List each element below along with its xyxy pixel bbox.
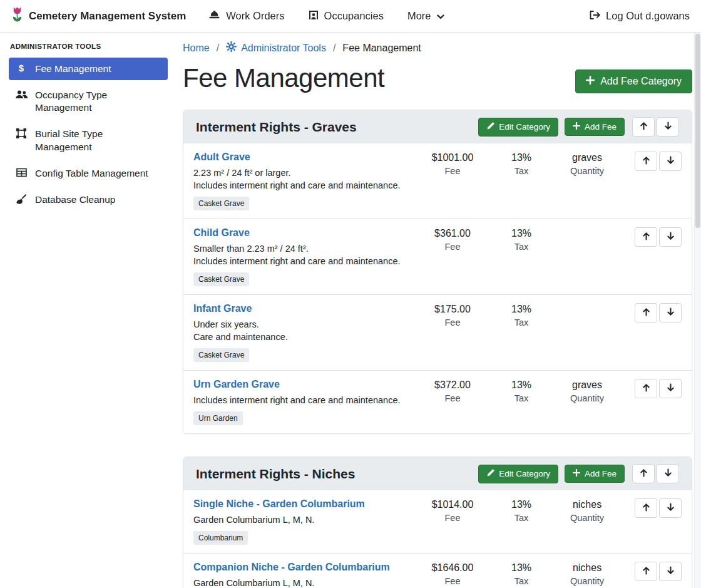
sidebar-item-occupancy-type-management[interactable]: Occupancy Type Management bbox=[9, 84, 168, 119]
fee-name-link[interactable]: Child Grave bbox=[193, 227, 250, 239]
move-fee-down-button[interactable] bbox=[659, 303, 682, 322]
sidebar-item-database-cleanup[interactable]: Database Cleanup bbox=[9, 188, 168, 211]
fee-info: Single Niche - Garden Columbarium Garden… bbox=[193, 498, 415, 545]
tax-cell: 13% Tax bbox=[490, 227, 553, 252]
tax-label: Tax bbox=[490, 393, 553, 403]
fee-row: Single Niche - Garden Columbarium Garden… bbox=[183, 490, 692, 553]
plus-icon bbox=[586, 76, 595, 87]
quantity-cell: graves Quantity bbox=[553, 152, 622, 176]
fee-name-link[interactable]: Urn Garden Grave bbox=[193, 379, 280, 390]
quantity-cell: niches Quantity bbox=[553, 498, 622, 523]
quantity-label: Quantity bbox=[553, 513, 622, 523]
fee-info: Child Grave Smaller than 2.23 m² / 24 ft… bbox=[193, 227, 415, 286]
category-title: Interment Rights - Graves bbox=[196, 120, 357, 135]
tax-cell: 13% Tax bbox=[490, 303, 553, 328]
move-fee-down-button[interactable] bbox=[659, 152, 682, 171]
fee-amount: $372.00 bbox=[415, 379, 490, 391]
page-scrollbar[interactable] bbox=[694, 0, 701, 588]
top-navbar: Cemetery Management System Work Orders O… bbox=[0, 0, 701, 33]
fee-row: Companion Niche - Garden Columbarium Gar… bbox=[183, 553, 692, 588]
fee-amount: $1014.00 bbox=[415, 499, 490, 510]
quantity-cell: niches Quantity bbox=[553, 562, 622, 586]
fee-name-link[interactable]: Single Niche - Garden Columbarium bbox=[193, 498, 365, 510]
users-icon bbox=[15, 90, 28, 99]
arrow-down-icon bbox=[667, 156, 675, 167]
arrow-up-icon bbox=[640, 468, 648, 479]
fee-label: Fee bbox=[415, 166, 490, 176]
page-header: Fee Management Add Fee Category bbox=[183, 63, 692, 93]
page-title: Fee Management bbox=[183, 63, 384, 93]
category-title: Interment Rights - Niches bbox=[196, 467, 355, 482]
app-title: Cemetery Management System bbox=[29, 10, 186, 23]
nav-work-orders-label: Work Orders bbox=[226, 10, 284, 22]
table-icon bbox=[15, 168, 28, 177]
sidebar-item-burial-site-type-management[interactable]: Burial Site Type Management bbox=[9, 123, 168, 158]
fee-amount: $1001.00 bbox=[415, 152, 490, 163]
fee-row: Urn Garden Grave Includes interment righ… bbox=[183, 370, 692, 433]
arrow-up-icon bbox=[642, 156, 650, 167]
fee-type-badge: Casket Grave bbox=[193, 272, 249, 286]
sidebar-item-fee-management[interactable]: $ Fee Management bbox=[9, 58, 168, 80]
fee-name-link[interactable]: Adult Grave bbox=[193, 152, 250, 163]
fee-type-badge: Casket Grave bbox=[193, 197, 249, 210]
nav-work-orders[interactable]: Work Orders bbox=[208, 10, 284, 22]
logout-label: Log Out d.gowans bbox=[606, 10, 690, 22]
fee-row: Adult Grave 2.23 m² / 24 ft² or larger. … bbox=[183, 143, 692, 219]
edit-category-button[interactable]: Edit Category bbox=[478, 465, 558, 483]
gear-icon bbox=[226, 41, 237, 54]
tax-label: Tax bbox=[490, 317, 553, 328]
fee-description: Includes interment right and care and ma… bbox=[193, 180, 415, 190]
move-fee-up-button[interactable] bbox=[635, 303, 657, 322]
add-fee-category-button[interactable]: Add Fee Category bbox=[575, 70, 692, 93]
quantity-label: Quantity bbox=[553, 576, 622, 586]
tax-cell: 13% Tax bbox=[490, 379, 553, 403]
scrollbar-thumb[interactable] bbox=[695, 34, 700, 228]
category-header: Interment Rights - Niches Edit Category … bbox=[183, 457, 692, 490]
move-fee-up-button[interactable] bbox=[635, 379, 657, 398]
move-fee-up-button[interactable] bbox=[635, 152, 657, 171]
fee-description: 2.23 m² / 24 ft² or larger. bbox=[193, 168, 415, 178]
move-fee-down-button[interactable] bbox=[659, 498, 682, 518]
fee-cell: $1001.00 Fee bbox=[415, 152, 490, 176]
fee-description: Garden Columbarium L, M, N. bbox=[193, 578, 415, 588]
sidebar-item-config-table-management[interactable]: Config Table Management bbox=[9, 162, 168, 185]
nav-more[interactable]: More bbox=[407, 10, 444, 22]
move-fee-up-button[interactable] bbox=[635, 498, 657, 518]
move-fee-down-button[interactable] bbox=[659, 227, 682, 247]
app-brand[interactable]: Cemetery Management System bbox=[11, 6, 186, 26]
move-fee-down-button[interactable] bbox=[659, 379, 682, 398]
fee-name-link[interactable]: Companion Niche - Garden Columbarium bbox=[193, 562, 390, 573]
fee-amount: $1646.00 bbox=[415, 562, 490, 574]
fee-label: Fee bbox=[415, 317, 490, 328]
breadcrumb-admin-tools-link[interactable]: Administrator Tools bbox=[226, 41, 326, 54]
move-category-up-button[interactable] bbox=[632, 117, 655, 137]
move-fee-up-button[interactable] bbox=[635, 227, 657, 247]
fee-cell: $372.00 Fee bbox=[415, 379, 490, 403]
tax-value: 13% bbox=[490, 562, 553, 574]
nav-occupancies[interactable]: Occupancies bbox=[309, 10, 384, 23]
fee-cell: $361.00 Fee bbox=[415, 227, 490, 252]
fee-label: Fee bbox=[415, 242, 490, 252]
fee-type-badge: Casket Grave bbox=[193, 348, 249, 362]
add-fee-button[interactable]: Add Fee bbox=[565, 465, 625, 483]
move-category-down-button[interactable] bbox=[657, 117, 679, 137]
fee-type-badge: Columbarium bbox=[193, 531, 248, 545]
logout-button[interactable]: Log Out d.gowans bbox=[589, 10, 690, 23]
edit-category-button[interactable]: Edit Category bbox=[478, 118, 558, 137]
pencil-icon bbox=[486, 469, 494, 479]
add-fee-label: Add Fee bbox=[585, 122, 617, 132]
quantity-cell bbox=[553, 227, 622, 228]
quantity-value: niches bbox=[553, 562, 622, 574]
tax-cell: 13% Tax bbox=[490, 562, 553, 586]
add-fee-category-label: Add Fee Category bbox=[600, 76, 682, 87]
move-fee-down-button[interactable] bbox=[659, 562, 682, 581]
breadcrumb-home-link[interactable]: Home bbox=[183, 43, 210, 54]
main-content: Home / Administrator Tools bbox=[175, 33, 701, 588]
move-fee-up-button[interactable] bbox=[635, 562, 657, 581]
move-category-down-button[interactable] bbox=[657, 464, 679, 483]
fee-name-link[interactable]: Infant Grave bbox=[193, 303, 252, 314]
fee-info: Companion Niche - Garden Columbarium Gar… bbox=[193, 562, 415, 588]
move-category-up-button[interactable] bbox=[632, 464, 655, 483]
fee-description: Smaller than 2.23 m² / 24 ft². bbox=[193, 244, 415, 254]
add-fee-button[interactable]: Add Fee bbox=[565, 118, 625, 136]
